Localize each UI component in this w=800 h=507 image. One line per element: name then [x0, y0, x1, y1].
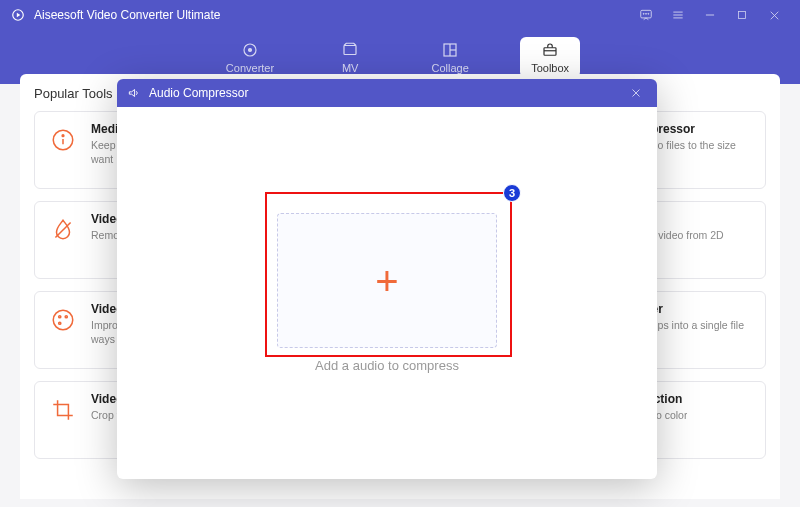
titlebar: Aiseesoft Video Converter Ultimate: [0, 0, 800, 30]
svg-point-28: [65, 316, 67, 318]
svg-point-27: [59, 316, 61, 318]
add-file-dropzone[interactable]: +: [277, 213, 497, 348]
app-title: Aiseesoft Video Converter Ultimate: [34, 8, 221, 22]
toolbox-icon: [541, 41, 559, 59]
svg-rect-15: [344, 45, 356, 54]
tab-label: Toolbox: [531, 62, 569, 74]
converter-icon: [241, 41, 259, 59]
collage-icon: [441, 41, 459, 59]
svg-point-5: [648, 13, 649, 14]
svg-point-14: [248, 48, 251, 51]
close-button[interactable]: [758, 0, 790, 30]
audio-compressor-modal: Audio Compressor + Add a audio to compre…: [117, 79, 657, 479]
modal-body: + Add a audio to compress: [117, 107, 657, 479]
tab-collage[interactable]: Collage: [420, 37, 480, 78]
annotation-badge: 3: [503, 184, 521, 202]
modal-header: Audio Compressor: [117, 79, 657, 107]
tab-toolbox[interactable]: Toolbox: [520, 37, 580, 78]
tab-label: Collage: [431, 62, 468, 74]
crop-icon: [45, 392, 81, 428]
tab-mv[interactable]: MV: [320, 37, 380, 78]
palette-icon: [45, 302, 81, 338]
tab-label: Converter: [226, 62, 274, 74]
droplet-icon: [45, 212, 81, 248]
modal-close-button[interactable]: [623, 80, 649, 106]
plus-icon: +: [375, 261, 398, 301]
maximize-button[interactable]: [726, 0, 758, 30]
modal-title: Audio Compressor: [149, 86, 248, 100]
minimize-button[interactable]: [694, 0, 726, 30]
svg-point-3: [643, 13, 644, 14]
dropzone-caption: Add a audio to compress: [315, 358, 459, 373]
svg-marker-1: [17, 13, 20, 18]
svg-point-4: [646, 13, 647, 14]
svg-point-26: [53, 310, 73, 330]
svg-rect-19: [544, 47, 556, 55]
speaker-icon: [125, 84, 143, 102]
mv-icon: [341, 41, 359, 59]
info-icon: [45, 122, 81, 158]
menu-button[interactable]: [662, 0, 694, 30]
svg-rect-10: [739, 12, 746, 19]
feedback-button[interactable]: [630, 0, 662, 30]
app-logo-icon: [10, 7, 26, 23]
svg-point-29: [59, 322, 61, 324]
tab-converter[interactable]: Converter: [220, 37, 280, 78]
svg-point-23: [62, 135, 64, 137]
tab-label: MV: [342, 62, 359, 74]
